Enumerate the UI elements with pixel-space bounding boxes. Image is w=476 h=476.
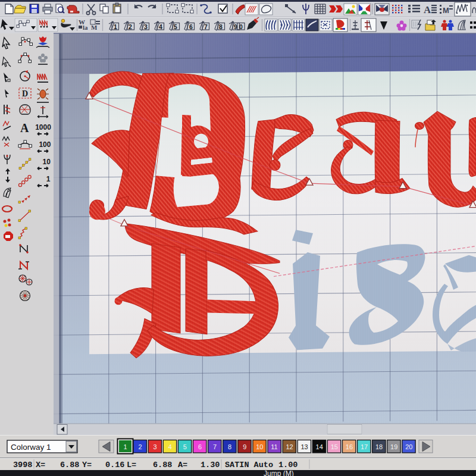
svg-text:4: 4 [168, 443, 172, 450]
svg-text:1: 1 [46, 175, 51, 183]
svg-text:1000: 1000 [35, 123, 51, 131]
svg-text:100: 100 [39, 140, 51, 149]
svg-text:3998: 3998 [13, 461, 32, 469]
svg-text:1.30: 1.30 [201, 461, 220, 469]
svg-text:7: 7 [213, 443, 217, 450]
svg-text:9: 9 [243, 443, 246, 450]
svg-text:M: M [443, 6, 449, 15]
svg-text:10: 10 [256, 443, 263, 450]
svg-text:16: 16 [346, 443, 353, 450]
svg-text:SATIN Auto: SATIN Auto [225, 461, 273, 469]
svg-text:9: 9 [234, 23, 237, 30]
svg-text:A=: A= [178, 461, 187, 469]
svg-text:M: M [91, 24, 98, 31]
svg-text:11: 11 [271, 443, 277, 450]
svg-text:6.88: 6.88 [60, 461, 79, 469]
svg-text:20: 20 [405, 443, 412, 450]
svg-text:19: 19 [390, 443, 397, 450]
svg-text:5: 5 [174, 23, 177, 30]
svg-text:4: 4 [159, 23, 162, 30]
svg-text:14: 14 [316, 443, 323, 450]
svg-text:1: 1 [114, 23, 117, 30]
svg-text:8: 8 [219, 23, 223, 30]
svg-text:0.16: 0.16 [105, 461, 124, 469]
svg-text:Y=: Y= [82, 461, 92, 469]
svg-text:17: 17 [361, 443, 368, 450]
svg-text:la: la [83, 24, 88, 31]
svg-text:3: 3 [144, 23, 148, 30]
svg-text:1: 1 [123, 443, 127, 450]
svg-text:6: 6 [198, 443, 202, 450]
svg-text:3: 3 [154, 443, 157, 450]
svg-text:6: 6 [189, 23, 193, 30]
svg-text:2: 2 [139, 443, 142, 450]
svg-text:18: 18 [375, 443, 383, 450]
svg-text:A: A [424, 4, 431, 15]
svg-text:X=: X= [36, 461, 45, 469]
svg-text:13: 13 [301, 443, 308, 450]
svg-text:10: 10 [43, 158, 51, 166]
svg-text:Jump (M): Jump (M) [264, 469, 294, 476]
svg-text:12: 12 [286, 443, 293, 450]
svg-text:2: 2 [129, 23, 132, 30]
svg-text:1.00: 1.00 [278, 461, 298, 469]
svg-text:Colorway 1: Colorway 1 [11, 443, 51, 452]
svg-text:D: D [22, 89, 28, 98]
svg-text:7: 7 [204, 23, 208, 30]
svg-text:L=: L= [127, 461, 136, 469]
svg-text:0: 0 [239, 23, 243, 30]
svg-text:A: A [20, 121, 29, 134]
svg-text:15: 15 [331, 443, 338, 450]
svg-text:8: 8 [228, 443, 231, 450]
svg-text:5: 5 [183, 443, 187, 450]
svg-text:6.88: 6.88 [153, 461, 172, 469]
